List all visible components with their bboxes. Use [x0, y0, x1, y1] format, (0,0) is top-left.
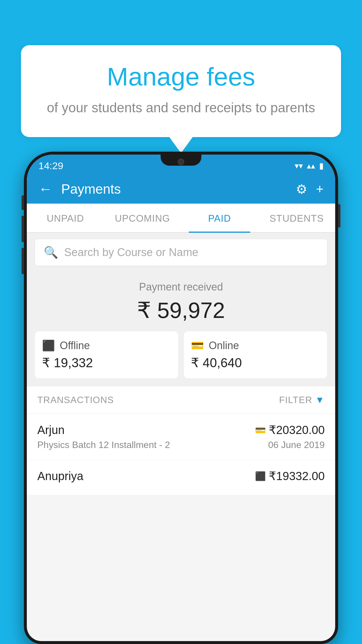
- tab-paid[interactable]: PAID: [181, 204, 258, 232]
- search-input[interactable]: Search by Course or Name: [64, 246, 198, 259]
- online-payment-card: 💳 Online ₹ 40,640: [184, 331, 327, 378]
- phone-notch: [161, 155, 201, 166]
- settings-button[interactable]: ⚙: [296, 182, 307, 197]
- bubble-title: Manage fees: [44, 63, 318, 91]
- payment-received-amount: ₹ 59,972: [35, 297, 327, 323]
- transaction-top: Anupriya ⬛ ₹19332.00: [37, 469, 325, 483]
- tab-upcoming[interactable]: UPCOMING: [104, 204, 181, 232]
- bubble-arrow: [169, 137, 193, 153]
- add-button[interactable]: +: [316, 182, 324, 196]
- payment-received-section: Payment received ₹ 59,972: [27, 272, 335, 331]
- phone-vol-down: [22, 248, 24, 274]
- transaction-bottom: Physics Batch 12 Installment - 2 06 June…: [37, 440, 325, 450]
- payment-received-label: Payment received: [35, 281, 327, 293]
- wifi-icon: ▾▾: [295, 161, 303, 171]
- transaction-course: Physics Batch 12 Installment - 2: [37, 440, 170, 450]
- filter-button[interactable]: FILTER ▼: [279, 395, 325, 405]
- back-button[interactable]: ←: [38, 182, 52, 196]
- cash-payment-icon: ⬛: [255, 471, 266, 481]
- transaction-name: Anupriya: [37, 470, 83, 483]
- page-title: Payments: [61, 181, 287, 197]
- transactions-header: TRANSACTIONS FILTER ▼: [27, 386, 335, 414]
- phone-vol-silent: [22, 195, 24, 210]
- offline-icon: ⬛: [42, 340, 55, 352]
- status-time: 14:29: [38, 160, 63, 172]
- header-actions: ⚙ +: [296, 182, 324, 197]
- bubble-subtitle: of your students and send receipts to pa…: [44, 99, 318, 117]
- payment-cards-row: ⬛ Offline ₹ 19,332 💳 Online ₹ 40,640: [27, 331, 335, 386]
- phone-vol-up: [22, 216, 24, 242]
- transaction-row[interactable]: Anupriya ⬛ ₹19332.00: [27, 460, 335, 495]
- transaction-amount: ₹19332.00: [269, 469, 325, 483]
- online-amount: ₹ 40,640: [191, 355, 320, 370]
- tab-students[interactable]: STUDENTS: [258, 204, 335, 232]
- transaction-amount-wrap: ⬛ ₹19332.00: [255, 469, 325, 483]
- speech-bubble: Manage fees of your students and send re…: [21, 45, 341, 137]
- phone-screen: 14:29 ▾▾ ▴▴ ▮ ← Payments ⚙ + UNPAID UPCO…: [27, 155, 335, 641]
- offline-amount: ₹ 19,332: [42, 355, 171, 370]
- transaction-date: 06 June 2019: [268, 440, 325, 450]
- offline-label: Offline: [60, 340, 90, 352]
- phone-power-button: [338, 204, 340, 228]
- tabs-bar: UNPAID UPCOMING PAID STUDENTS: [27, 204, 335, 233]
- status-icons: ▾▾ ▴▴ ▮: [295, 161, 324, 171]
- card-payment-icon: 💳: [255, 425, 266, 435]
- transaction-amount: ₹20320.00: [269, 423, 325, 437]
- phone-frame: 14:29 ▾▾ ▴▴ ▮ ← Payments ⚙ + UNPAID UPCO…: [24, 152, 338, 644]
- filter-label: FILTER: [279, 395, 312, 405]
- offline-payment-card: ⬛ Offline ₹ 19,332: [35, 331, 178, 378]
- search-container: 🔍 Search by Course or Name: [27, 233, 335, 272]
- transaction-name: Arjun: [37, 424, 64, 437]
- filter-icon: ▼: [315, 395, 325, 405]
- transactions-label: TRANSACTIONS: [37, 395, 114, 405]
- online-icon: 💳: [191, 340, 204, 352]
- tab-unpaid[interactable]: UNPAID: [27, 204, 104, 232]
- online-label: Online: [209, 340, 239, 352]
- phone-camera: [178, 159, 184, 165]
- transaction-top: Arjun 💳 ₹20320.00: [37, 423, 325, 437]
- transaction-amount-wrap: 💳 ₹20320.00: [255, 423, 325, 437]
- app-header: ← Payments ⚙ +: [27, 174, 335, 204]
- search-box[interactable]: 🔍 Search by Course or Name: [35, 239, 327, 266]
- speech-bubble-section: Manage fees of your students and send re…: [21, 45, 341, 153]
- online-card-header: 💳 Online: [191, 340, 320, 352]
- battery-icon: ▮: [319, 161, 324, 171]
- offline-card-header: ⬛ Offline: [42, 340, 171, 352]
- transaction-row[interactable]: Arjun 💳 ₹20320.00 Physics Batch 12 Insta…: [27, 414, 335, 460]
- signal-icon: ▴▴: [307, 161, 315, 171]
- search-icon: 🔍: [44, 246, 58, 259]
